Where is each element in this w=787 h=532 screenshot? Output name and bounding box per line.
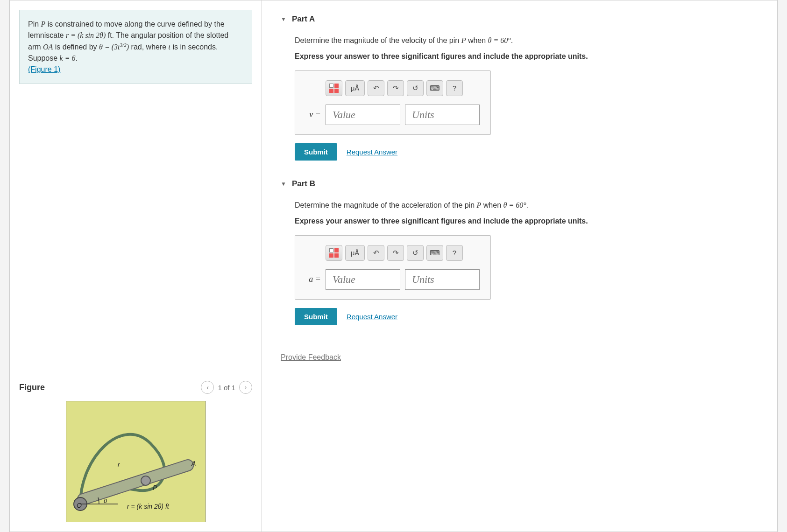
- undo-icon: ↶: [373, 249, 379, 257]
- caret-down-icon: ▼: [281, 16, 286, 22]
- var-P: P: [41, 20, 46, 28]
- part-a-var-label: v =: [305, 110, 321, 119]
- label-r: r: [118, 461, 120, 468]
- part-a-toolbar: μÅ ↶ ↷ ↺ ⌨ ?: [305, 80, 481, 96]
- problem-text: rad, where: [129, 43, 168, 51]
- part-a-value-input[interactable]: [326, 105, 400, 125]
- templates-button[interactable]: [326, 245, 342, 261]
- templates-icon: [329, 248, 339, 258]
- eq-r: r = (k sin 2θ): [66, 31, 106, 39]
- keyboard-button[interactable]: ⌨: [426, 80, 443, 96]
- part-a-prompt: Determine the magnitude of the velocity …: [295, 35, 759, 46]
- reset-icon: ↺: [412, 249, 418, 257]
- part-b-actions: Submit Request Answer: [295, 308, 759, 325]
- left-panel: Pin P is constrained to move along the c…: [10, 0, 262, 532]
- part-a-request-answer-link[interactable]: Request Answer: [347, 148, 397, 156]
- part-a-header[interactable]: ▼ Part A: [281, 14, 759, 24]
- figure-equation: r = (k sin 2θ) ft: [127, 503, 170, 510]
- figure-header: Figure ‹ 1 of 1 ›: [19, 381, 252, 394]
- problem-text: Pin: [28, 20, 41, 28]
- problem-text: .: [76, 54, 78, 62]
- redo-button[interactable]: ↷: [387, 80, 404, 96]
- part-b-var-label: a =: [305, 274, 321, 284]
- templates-icon: [329, 84, 339, 93]
- part-b-instruction: Express your answer to three significant…: [295, 216, 759, 226]
- prompt-text: .: [526, 201, 528, 209]
- prompt-eq: θ = 60°: [503, 201, 526, 209]
- reset-button[interactable]: ↺: [407, 80, 424, 96]
- part-a-instruction: Express your answer to three significant…: [295, 51, 759, 62]
- part-b-answer-box: μÅ ↶ ↷ ↺ ⌨ ? a =: [295, 235, 491, 300]
- part-b-units-input[interactable]: [405, 269, 480, 290]
- lemniscate-diagram: O θ r P A r = (k sin 2θ) ft: [66, 401, 206, 522]
- right-panel: ▼ Part A Determine the magnitude of the …: [262, 0, 777, 532]
- part-b-value-input[interactable]: [326, 269, 400, 290]
- part-b-input-row: a =: [305, 269, 481, 290]
- prev-figure-button[interactable]: ‹: [201, 381, 214, 394]
- part-a-body: Determine the magnitude of the velocity …: [281, 35, 759, 179]
- keyboard-button[interactable]: ⌨: [426, 245, 443, 261]
- keyboard-icon: ⌨: [430, 84, 440, 92]
- main-container: Pin P is constrained to move along the c…: [9, 0, 778, 532]
- reset-icon: ↺: [412, 84, 418, 92]
- prompt-text: .: [511, 36, 513, 44]
- problem-statement: Pin P is constrained to move along the c…: [19, 10, 252, 84]
- units-symbol-button[interactable]: μÅ: [345, 245, 365, 261]
- svg-point-3: [141, 476, 150, 485]
- help-button[interactable]: ?: [446, 245, 463, 261]
- keyboard-icon: ⌨: [430, 249, 440, 257]
- provide-feedback-link[interactable]: Provide Feedback: [281, 353, 341, 362]
- label-O: O: [77, 502, 82, 509]
- redo-button[interactable]: ↷: [387, 245, 404, 261]
- part-b-body: Determine the magnitude of the accelerat…: [281, 200, 759, 344]
- figure-section: Figure ‹ 1 of 1 › O θ: [19, 371, 252, 522]
- redo-icon: ↷: [393, 249, 399, 257]
- problem-text: is defined by: [53, 43, 99, 51]
- templates-button[interactable]: [326, 80, 342, 96]
- part-a-actions: Submit Request Answer: [295, 143, 759, 161]
- undo-button[interactable]: ↶: [368, 245, 384, 261]
- prompt-text: Determine the magnitude of the accelerat…: [295, 201, 477, 209]
- part-a-title: Part A: [292, 14, 315, 24]
- figure-link[interactable]: (Figure 1): [28, 65, 60, 73]
- part-b-submit-button[interactable]: Submit: [295, 308, 337, 325]
- reset-button[interactable]: ↺: [407, 245, 424, 261]
- caret-down-icon: ▼: [281, 181, 286, 187]
- help-button[interactable]: ?: [446, 80, 463, 96]
- figure-nav: ‹ 1 of 1 ›: [201, 381, 252, 394]
- eq-theta-exp: 3/2: [120, 42, 127, 48]
- undo-icon: ↶: [373, 84, 379, 92]
- prompt-var: P: [477, 201, 482, 209]
- figure-title: Figure: [19, 383, 45, 392]
- units-symbol-button[interactable]: μÅ: [345, 80, 365, 96]
- part-b-toolbar: μÅ ↶ ↷ ↺ ⌨ ?: [305, 245, 481, 261]
- prompt-text: Determine the magnitude of the velocity …: [295, 36, 461, 44]
- part-b-title: Part B: [292, 179, 315, 189]
- eq-k: k = 6: [60, 54, 76, 62]
- next-figure-button[interactable]: ›: [239, 381, 252, 394]
- prompt-eq: θ = 60°: [488, 36, 511, 44]
- label-A: A: [191, 460, 196, 467]
- figure-counter: 1 of 1: [218, 384, 235, 392]
- part-b-header[interactable]: ▼ Part B: [281, 179, 759, 189]
- figure-image: O θ r P A r = (k sin 2θ) ft: [66, 401, 206, 522]
- part-a-answer-box: μÅ ↶ ↷ ↺ ⌨ ? v =: [295, 70, 491, 135]
- redo-icon: ↷: [393, 84, 399, 92]
- part-a-input-row: v =: [305, 105, 481, 125]
- part-a-submit-button[interactable]: Submit: [295, 143, 337, 161]
- prompt-var: P: [461, 36, 466, 44]
- part-b-prompt: Determine the magnitude of the accelerat…: [295, 200, 759, 210]
- part-b-request-answer-link[interactable]: Request Answer: [347, 313, 397, 321]
- label-P: P: [153, 484, 157, 491]
- eq-theta: θ = (3t: [99, 43, 120, 51]
- prompt-text: when: [481, 201, 503, 209]
- undo-button[interactable]: ↶: [368, 80, 384, 96]
- var-OA: OA: [43, 43, 53, 51]
- part-a-units-input[interactable]: [405, 105, 480, 125]
- prompt-text: when: [466, 36, 488, 44]
- label-theta: θ: [104, 497, 107, 504]
